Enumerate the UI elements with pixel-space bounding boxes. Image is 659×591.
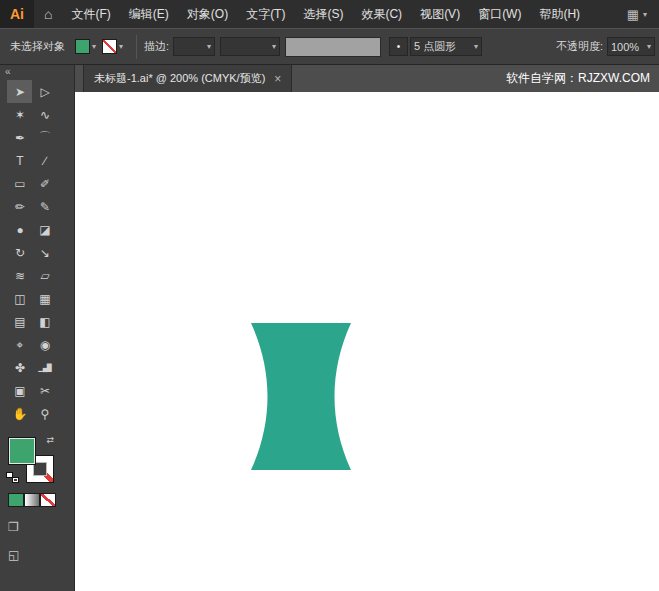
document-tab-title: 未标题-1.ai* @ 200% (CMYK/预览) [94,71,265,86]
default-stroke-mini [12,477,19,483]
brush-definition-select[interactable]: 5 点圆形 ▾ [410,37,482,56]
brush-thumbnail[interactable]: • [389,37,408,56]
concave-rectangle-path[interactable] [251,323,351,470]
menu-edit[interactable]: 编辑(E) [120,0,178,28]
menu-file[interactable]: 文件(F) [62,0,119,28]
chevron-down-icon: ▾ [474,42,478,51]
workspace-grid-icon: ▦ [627,7,639,22]
artboard-canvas[interactable] [75,92,659,591]
close-icon[interactable]: × [274,72,281,86]
slice-tool[interactable]: ✂ [32,379,57,402]
stroke-swatch-none[interactable] [102,39,117,54]
menu-window[interactable]: 窗口(W) [469,0,530,28]
stroke-weight-select[interactable]: ▾ [173,37,215,56]
concave-rectangle-shape[interactable] [251,323,351,470]
blend-tool[interactable]: ◉ [32,333,57,356]
gradient-button[interactable] [24,493,40,507]
stroke-color-picker[interactable]: ▾ [102,39,123,54]
zoom-tool[interactable]: ⚲ [32,402,57,425]
direct-selection-tool[interactable]: ▷ [32,80,57,103]
screen-mode-button[interactable]: ◱ [8,547,28,563]
none-button[interactable] [40,493,56,507]
menu-help[interactable]: 帮助(H) [530,0,589,28]
shaper-tool[interactable]: ✏ [7,195,32,218]
shape-builder-tool[interactable]: ◫ [7,287,32,310]
document-area: 未标题-1.ai* @ 200% (CMYK/预览) × 软件自学网：RJZXW… [75,65,659,591]
type-tool[interactable]: T [7,149,32,172]
tools-panel: « ➤ ▷ ✶ ∿ ✒ ⌒ T ∕ ▭ ✐ ✏ ✎ ● ◪ ↻ ↘ ≋ ▱ ◫ … [0,65,75,591]
fill-color-box[interactable] [8,437,36,465]
draw-mode-button[interactable]: ❐ [8,519,28,535]
menu-select[interactable]: 选择(S) [294,0,352,28]
lasso-tool[interactable]: ∿ [32,103,57,126]
color-button[interactable] [8,493,24,507]
workspace-switcher[interactable]: ▦ ▾ [627,7,659,22]
opacity-group: 不透明度: 100% ▾ [556,37,659,56]
eyedropper-tool[interactable]: ⌖ [7,333,32,356]
default-fill-mini [6,472,13,478]
gradient-tool[interactable]: ◧ [32,310,57,333]
artboard-tool[interactable]: ▣ [7,379,32,402]
chevron-down-icon: ▾ [272,42,276,51]
fill-color-picker[interactable]: ▾ [75,39,96,54]
rectangle-tool[interactable]: ▭ [7,172,32,195]
line-segment-tool[interactable]: ∕ [32,149,57,172]
scale-tool[interactable]: ↘ [32,241,57,264]
free-transform-tool[interactable]: ▱ [32,264,57,287]
curvature-tool[interactable]: ⌒ [32,126,57,149]
width-profile-select[interactable]: ▾ [220,37,280,56]
fill-stroke-widget: ⇄ [8,437,54,483]
document-tab[interactable]: 未标题-1.ai* @ 200% (CMYK/预览) × [83,65,292,92]
brush-name: 5 点圆形 [414,39,456,54]
menu-object[interactable]: 对象(O) [178,0,237,28]
chevron-down-icon: ▾ [92,42,96,51]
blob-brush-tool[interactable]: ● [7,218,32,241]
opacity-value: 100% [611,41,639,53]
column-graph-tool[interactable]: ▁▄█ [32,356,57,379]
paint-mode-row [8,493,74,507]
separator [136,35,137,59]
main-area: « ➤ ▷ ✶ ∿ ✒ ⌒ T ∕ ▭ ✐ ✏ ✎ ● ◪ ↻ ↘ ≋ ▱ ◫ … [0,65,659,591]
control-bar: 未选择对象 ▾ ▾ 描边: ▾ ▾ • 5 点圆形 ▾ 不透明度: 100% ▾ [0,28,659,65]
home-icon[interactable]: ⌂ [34,6,62,22]
selection-tool[interactable]: ➤ [7,80,32,103]
symbol-sprayer-tool[interactable]: ✤ [7,356,32,379]
chevron-down-icon: ▾ [119,42,123,51]
selection-status: 未选择对象 [0,39,75,54]
menu-type[interactable]: 文字(T) [237,0,294,28]
chevron-down-icon: ▾ [207,42,211,51]
column-graph-icon: ▁▄█ [38,364,50,372]
magic-wand-tool[interactable]: ✶ [7,103,32,126]
menu-effect[interactable]: 效果(C) [352,0,411,28]
menu-view[interactable]: 视图(V) [411,0,469,28]
fill-swatch[interactable] [75,39,90,54]
chevron-down-icon: ▾ [647,42,651,51]
document-tab-bar: 未标题-1.ai* @ 200% (CMYK/预览) × 软件自学网：RJZXW… [75,65,659,92]
collapse-panel-button[interactable]: « [0,65,74,80]
stroke-weight-label: 描边: [144,39,169,54]
watermark-text: 软件自学网：RJZXW.COM [506,70,659,87]
rotate-tool[interactable]: ↻ [7,241,32,264]
width-tool[interactable]: ≋ [7,264,32,287]
chevron-down-icon: ▾ [643,10,647,19]
tools-grid: ➤ ▷ ✶ ∿ ✒ ⌒ T ∕ ▭ ✐ ✏ ✎ ● ◪ ↻ ↘ ≋ ▱ ◫ ▦ … [7,80,74,425]
pen-tool[interactable]: ✒ [7,126,32,149]
hand-tool[interactable]: ✋ [7,402,32,425]
default-colors-icon[interactable] [6,472,19,483]
perspective-grid-tool[interactable]: ▦ [32,287,57,310]
opacity-select[interactable]: 100% ▾ [607,37,655,56]
paintbrush-tool[interactable]: ✐ [32,172,57,195]
swap-fill-stroke-icon[interactable]: ⇄ [46,435,54,445]
style-preview-box[interactable] [285,37,381,57]
menu-bar: Ai ⌂ 文件(F) 编辑(E) 对象(O) 文字(T) 选择(S) 效果(C)… [0,0,659,28]
mode-buttons: ❐ ◱ [8,519,74,563]
app-logo: Ai [0,0,34,28]
opacity-label: 不透明度: [556,39,603,54]
mesh-tool[interactable]: ▤ [7,310,32,333]
pencil-tool[interactable]: ✎ [32,195,57,218]
eraser-tool[interactable]: ◪ [32,218,57,241]
